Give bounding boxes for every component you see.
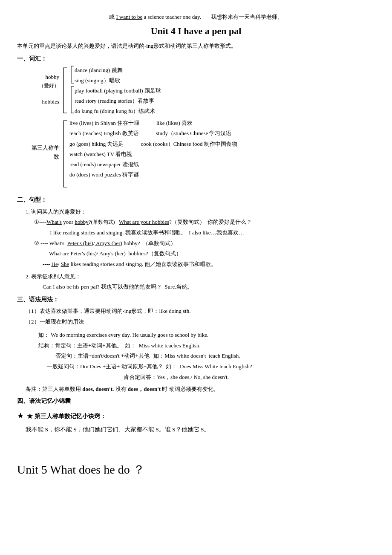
note-line: 备注：第三人称单数用 does, doesn't. 没有 does，doesn'… — [26, 385, 375, 394]
q1-2b: What are Peter's (his)/ Amy's (her) hobb… — [49, 249, 375, 259]
example-block: 如： We do morning exercises every day. He… — [38, 330, 375, 382]
section3-header: 三、语法用法： — [17, 295, 375, 304]
section4-header: 四、语法记忆小锦囊 — [17, 396, 375, 406]
q1-section: 1. 询问某人的兴趣爱好： ①----What's your hobby?(单数… — [26, 207, 375, 270]
unit4-intro: 本单元的重点是谈论某人的兴趣爱好，语法是动词的-ing形式和动词的第三人称单数形… — [17, 42, 375, 51]
q1-2: ② ---- What's Peter's (his)/ Amy's (her)… — [34, 238, 375, 249]
struct-pos: 结构：肯定句：主语+动词+其他。 如： Miss white teaches E… — [38, 341, 375, 351]
grammar2: （2）一般现在时的用法 — [26, 317, 375, 327]
tp-like: like (likes) 喜欢 — [156, 118, 193, 128]
tp-cook: cook (cooks）Chinese food 制作中国食物 — [141, 139, 237, 149]
example-line: 如： We do morning exercises every day. He… — [38, 330, 375, 341]
tp-go: go (goes) hiking 去远足 — [69, 139, 124, 149]
tp-study: study（studies Chinese 学习汉语 — [156, 128, 232, 139]
vocab-kungfu: do kung fu (doing kung fu）练武术 — [75, 106, 161, 116]
q1-1-answer: ----I like reading stories and singing. … — [43, 228, 375, 238]
tp-do: do (does) word puzzles 猜字谜 — [69, 170, 237, 180]
page-container: 或 I want to be a science teacher one day… — [17, 13, 375, 480]
section1-header: 一、词汇： — [17, 54, 375, 64]
vocab-read-story: read story (reading stories）看故事 — [75, 96, 161, 106]
third-person-label: 第三人称单数 — [30, 118, 62, 162]
hobbies-label: hobbies — [30, 98, 59, 107]
tp-read: read (reads) newspaper 读报纸 — [69, 159, 237, 170]
top-prefix: 或 — [109, 14, 115, 20]
top-intro-line: 或 I want to be a science teacher one day… — [17, 13, 375, 22]
tp-watch: watch (watches) TV 看电视 — [69, 149, 237, 159]
star-section: ★ ★ 第三人称单数记忆小诀窍： 我不能 S，你不能 S，他们她们它们、大家都不… — [17, 408, 375, 435]
tp-teach: teach (teaches) English 教英语 — [69, 128, 139, 139]
outer-bracket-icon — [62, 67, 68, 114]
unit5-title: Unit 5 What does he do ？ — [17, 460, 375, 480]
q2-section: 2. 表示征求别人意见： Can I also be his pen pal? … — [26, 272, 375, 292]
q2-1: Can I also be his pen pal? 我也可以做他的笔友吗？ S… — [43, 282, 375, 292]
q1-1: ①----What's your hobby?(单数句式) What are y… — [34, 217, 375, 228]
tp-live: live (lives) in Shiyan 住在十堰 — [69, 118, 139, 128]
hobby-label: hobby （爱好） — [30, 73, 59, 90]
struct-neg: 否定句：主语+don't/doesn't +动词+其他 如：Miss white… — [55, 351, 375, 361]
star-content: 我不能 S，你不能 S，他们她们它们、大家都不能 S。谁 S？他她它 S。 — [26, 424, 375, 435]
section2-header: 二、句型： — [17, 195, 375, 205]
top-sentence-en: I want to be a science teacher one day. — [116, 14, 210, 20]
grammar-block: （1）表达喜欢做某事，通常要用动词的-ing形式，即：like doing st… — [26, 306, 375, 327]
star-icon: ★ — [17, 411, 24, 420]
third-person-bracket-icon — [62, 120, 68, 188]
q1-label: 1. 询问某人的兴趣爱好： — [26, 207, 375, 217]
star-label: ★ ★ 第三人称单数记忆小诀窍： — [17, 408, 375, 423]
unit4-title: Unit 4 I have a pen pal — [17, 23, 375, 38]
q2-label: 2. 表示征求别人意见： — [26, 272, 375, 282]
vocab-dance: dance (dancing) 跳舞 — [75, 65, 123, 75]
struct-ans: 肯否定回答：Yes，she does./ No, she doesn't. — [124, 372, 375, 383]
dance-sing-bracket-icon — [69, 65, 75, 84]
grammar1: （1）表达喜欢做某事，通常要用动词的-ing形式，即：like doing st… — [26, 306, 375, 317]
top-sentence-cn: 我想将来有一天当科学老师。 — [211, 14, 283, 20]
vocab-play-football: play football (playing football) 踢足球 — [75, 86, 161, 96]
hobby-items-bracket-icon — [69, 86, 75, 114]
vocab-sing: sing (singing）唱歌 — [75, 75, 123, 86]
q1-2-answer: ---- He/ She likes reading stories and s… — [43, 259, 375, 270]
struct-int: 一般疑问句：Do/ Does +主语+ 动词原形+其他？ 如： Does Mis… — [47, 361, 375, 372]
